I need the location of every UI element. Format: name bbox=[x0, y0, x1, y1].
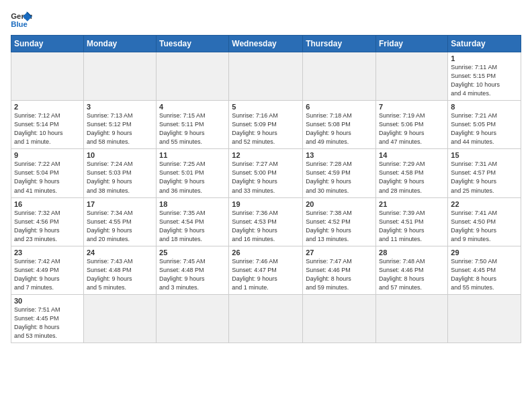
day-info: Sunrise: 7:48 AM Sunset: 4:46 PM Dayligh… bbox=[379, 257, 445, 292]
day-number: 16 bbox=[14, 200, 81, 208]
calendar-day: 15Sunrise: 7:31 AM Sunset: 4:57 PM Dayli… bbox=[448, 149, 521, 197]
calendar-day: 10Sunrise: 7:24 AM Sunset: 5:03 PM Dayli… bbox=[83, 149, 156, 197]
day-number: 30 bbox=[14, 297, 81, 305]
day-info: Sunrise: 7:31 AM Sunset: 4:57 PM Dayligh… bbox=[451, 160, 518, 195]
calendar-day: 19Sunrise: 7:36 AM Sunset: 4:53 PM Dayli… bbox=[229, 197, 303, 246]
calendar-week-6: 30Sunrise: 7:51 AM Sunset: 4:45 PM Dayli… bbox=[11, 294, 521, 342]
calendar-week-1: 1Sunrise: 7:11 AM Sunset: 5:15 PM Daylig… bbox=[11, 52, 521, 101]
header: General Blue bbox=[11, 11, 521, 30]
day-info: Sunrise: 7:18 AM Sunset: 5:08 PM Dayligh… bbox=[306, 111, 373, 146]
calendar-day bbox=[157, 52, 229, 101]
day-info: Sunrise: 7:51 AM Sunset: 4:45 PM Dayligh… bbox=[14, 306, 81, 340]
day-number: 10 bbox=[87, 151, 153, 159]
calendar-day bbox=[229, 294, 303, 342]
calendar-day: 12Sunrise: 7:27 AM Sunset: 5:00 PM Dayli… bbox=[229, 149, 303, 197]
weekday-header-thursday: Thursday bbox=[303, 36, 376, 52]
day-info: Sunrise: 7:15 AM Sunset: 5:11 PM Dayligh… bbox=[159, 111, 226, 146]
day-info: Sunrise: 7:12 AM Sunset: 5:14 PM Dayligh… bbox=[14, 111, 81, 146]
svg-text:Blue: Blue bbox=[11, 20, 28, 28]
day-number: 11 bbox=[159, 151, 226, 159]
day-info: Sunrise: 7:42 AM Sunset: 4:49 PM Dayligh… bbox=[14, 257, 81, 292]
weekday-header-tuesday: Tuesday bbox=[157, 36, 229, 52]
calendar-day: 7Sunrise: 7:19 AM Sunset: 5:06 PM Daylig… bbox=[376, 101, 448, 149]
day-info: Sunrise: 7:25 AM Sunset: 5:01 PM Dayligh… bbox=[159, 160, 226, 195]
calendar-day: 8Sunrise: 7:21 AM Sunset: 5:05 PM Daylig… bbox=[448, 101, 521, 149]
calendar-day: 18Sunrise: 7:35 AM Sunset: 4:54 PM Dayli… bbox=[157, 197, 229, 246]
day-info: Sunrise: 7:46 AM Sunset: 4:47 PM Dayligh… bbox=[232, 257, 300, 292]
weekday-header-sunday: Sunday bbox=[11, 36, 84, 52]
calendar-day: 6Sunrise: 7:18 AM Sunset: 5:08 PM Daylig… bbox=[303, 101, 376, 149]
weekday-header-saturday: Saturday bbox=[448, 36, 521, 52]
calendar-day: 13Sunrise: 7:28 AM Sunset: 4:59 PM Dayli… bbox=[303, 149, 376, 197]
day-info: Sunrise: 7:34 AM Sunset: 4:55 PM Dayligh… bbox=[87, 209, 153, 244]
day-info: Sunrise: 7:36 AM Sunset: 4:53 PM Dayligh… bbox=[232, 209, 300, 244]
calendar-day: 3Sunrise: 7:13 AM Sunset: 5:12 PM Daylig… bbox=[83, 101, 156, 149]
calendar-day bbox=[229, 52, 303, 101]
day-number: 18 bbox=[159, 200, 226, 208]
calendar-day: 24Sunrise: 7:43 AM Sunset: 4:48 PM Dayli… bbox=[83, 246, 156, 294]
day-info: Sunrise: 7:19 AM Sunset: 5:06 PM Dayligh… bbox=[379, 111, 445, 146]
day-number: 7 bbox=[379, 103, 445, 111]
calendar-week-3: 9Sunrise: 7:22 AM Sunset: 5:04 PM Daylig… bbox=[11, 149, 521, 197]
calendar-day bbox=[157, 294, 229, 342]
day-info: Sunrise: 7:22 AM Sunset: 5:04 PM Dayligh… bbox=[14, 160, 81, 195]
day-number: 15 bbox=[451, 151, 518, 159]
day-number: 22 bbox=[451, 200, 518, 208]
day-number: 27 bbox=[306, 248, 373, 257]
day-info: Sunrise: 7:29 AM Sunset: 4:58 PM Dayligh… bbox=[379, 160, 445, 195]
day-number: 19 bbox=[232, 200, 300, 208]
calendar-day: 29Sunrise: 7:50 AM Sunset: 4:45 PM Dayli… bbox=[448, 246, 521, 294]
calendar-week-2: 2Sunrise: 7:12 AM Sunset: 5:14 PM Daylig… bbox=[11, 101, 521, 149]
calendar-day bbox=[83, 52, 156, 101]
calendar-day: 20Sunrise: 7:38 AM Sunset: 4:52 PM Dayli… bbox=[303, 197, 376, 246]
logo-icon: General Blue bbox=[11, 11, 32, 30]
day-number: 2 bbox=[14, 103, 81, 111]
calendar-day: 16Sunrise: 7:32 AM Sunset: 4:56 PM Dayli… bbox=[11, 197, 84, 246]
calendar-day: 23Sunrise: 7:42 AM Sunset: 4:49 PM Dayli… bbox=[11, 246, 84, 294]
day-number: 21 bbox=[379, 200, 445, 208]
calendar-day: 17Sunrise: 7:34 AM Sunset: 4:55 PM Dayli… bbox=[83, 197, 156, 246]
day-number: 14 bbox=[379, 151, 445, 159]
calendar-header-row: SundayMondayTuesdayWednesdayThursdayFrid… bbox=[11, 36, 521, 52]
day-info: Sunrise: 7:50 AM Sunset: 4:45 PM Dayligh… bbox=[451, 257, 518, 292]
calendar-day: 4Sunrise: 7:15 AM Sunset: 5:11 PM Daylig… bbox=[157, 101, 229, 149]
day-number: 26 bbox=[232, 248, 300, 257]
day-info: Sunrise: 7:28 AM Sunset: 4:59 PM Dayligh… bbox=[306, 160, 373, 195]
calendar-day: 9Sunrise: 7:22 AM Sunset: 5:04 PM Daylig… bbox=[11, 149, 84, 197]
day-info: Sunrise: 7:47 AM Sunset: 4:46 PM Dayligh… bbox=[306, 257, 373, 292]
day-info: Sunrise: 7:13 AM Sunset: 5:12 PM Dayligh… bbox=[87, 111, 153, 146]
day-number: 4 bbox=[159, 103, 226, 111]
day-info: Sunrise: 7:41 AM Sunset: 4:50 PM Dayligh… bbox=[451, 209, 518, 244]
calendar-week-5: 23Sunrise: 7:42 AM Sunset: 4:49 PM Dayli… bbox=[11, 246, 521, 294]
calendar-day bbox=[303, 52, 376, 101]
weekday-header-monday: Monday bbox=[83, 36, 156, 52]
day-number: 25 bbox=[159, 248, 226, 257]
day-number: 3 bbox=[87, 103, 153, 111]
calendar-day: 21Sunrise: 7:39 AM Sunset: 4:51 PM Dayli… bbox=[376, 197, 448, 246]
calendar-day: 2Sunrise: 7:12 AM Sunset: 5:14 PM Daylig… bbox=[11, 101, 84, 149]
day-info: Sunrise: 7:11 AM Sunset: 5:15 PM Dayligh… bbox=[451, 63, 518, 98]
calendar-day: 25Sunrise: 7:45 AM Sunset: 4:48 PM Dayli… bbox=[157, 246, 229, 294]
calendar-day: 5Sunrise: 7:16 AM Sunset: 5:09 PM Daylig… bbox=[229, 101, 303, 149]
day-number: 29 bbox=[451, 248, 518, 257]
weekday-header-friday: Friday bbox=[376, 36, 448, 52]
day-info: Sunrise: 7:21 AM Sunset: 5:05 PM Dayligh… bbox=[451, 111, 518, 146]
calendar-day: 30Sunrise: 7:51 AM Sunset: 4:45 PM Dayli… bbox=[11, 294, 84, 342]
calendar-day bbox=[376, 52, 448, 101]
calendar-day: 28Sunrise: 7:48 AM Sunset: 4:46 PM Dayli… bbox=[376, 246, 448, 294]
day-info: Sunrise: 7:45 AM Sunset: 4:48 PM Dayligh… bbox=[159, 257, 226, 292]
page: General Blue SundayMondayTuesdayWednesda… bbox=[0, 0, 532, 411]
day-number: 20 bbox=[306, 200, 373, 208]
day-info: Sunrise: 7:24 AM Sunset: 5:03 PM Dayligh… bbox=[87, 160, 153, 195]
day-number: 9 bbox=[14, 151, 81, 159]
calendar-day bbox=[376, 294, 448, 342]
day-info: Sunrise: 7:43 AM Sunset: 4:48 PM Dayligh… bbox=[87, 257, 153, 292]
calendar-day: 26Sunrise: 7:46 AM Sunset: 4:47 PM Dayli… bbox=[229, 246, 303, 294]
calendar-week-4: 16Sunrise: 7:32 AM Sunset: 4:56 PM Dayli… bbox=[11, 197, 521, 246]
calendar-day: 1Sunrise: 7:11 AM Sunset: 5:15 PM Daylig… bbox=[448, 52, 521, 101]
day-number: 12 bbox=[232, 151, 300, 159]
calendar-day: 14Sunrise: 7:29 AM Sunset: 4:58 PM Dayli… bbox=[376, 149, 448, 197]
day-info: Sunrise: 7:38 AM Sunset: 4:52 PM Dayligh… bbox=[306, 209, 373, 244]
calendar-day: 11Sunrise: 7:25 AM Sunset: 5:01 PM Dayli… bbox=[157, 149, 229, 197]
day-number: 5 bbox=[232, 103, 300, 111]
